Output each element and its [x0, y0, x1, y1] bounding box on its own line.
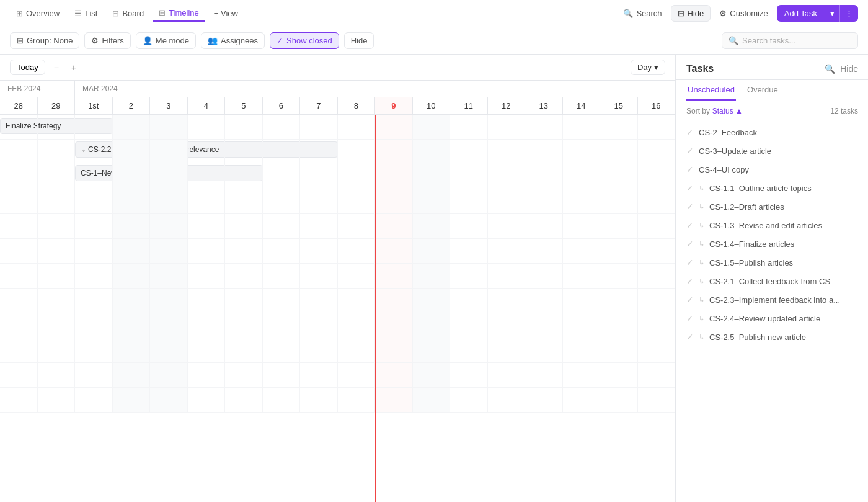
grid-cell: [600, 264, 638, 288]
grid-cell: [413, 338, 451, 362]
hide-toolbar-button[interactable]: Hide: [344, 32, 374, 49]
grid-cell: [113, 115, 151, 139]
nav-board[interactable]: ⊟ Board: [106, 6, 150, 21]
nav-timeline[interactable]: ⊞ Timeline: [153, 5, 205, 22]
task-list-item[interactable]: ✓↳CS-1.3–Revise and edit articles: [676, 216, 868, 235]
grid-cell: [375, 140, 413, 164]
panel-search-icon[interactable]: 🔍: [825, 64, 835, 74]
grid-cell: [263, 313, 301, 338]
panel-tab-unscheduled[interactable]: Unscheduled: [686, 80, 736, 101]
subtask-icon: ↳: [699, 259, 704, 267]
me-mode-button[interactable]: 👤 Me mode: [136, 32, 196, 49]
grid-cell: [488, 164, 526, 189]
grid-cell: [150, 313, 188, 338]
panel-header: Tasks 🔍 Hide: [676, 55, 868, 80]
task-name: CS-2.1–Collect feedback from CS: [709, 277, 858, 286]
hide-button[interactable]: ⊟ Hide: [671, 5, 711, 22]
task-list-item[interactable]: ✓CS-3–Update article: [676, 141, 868, 160]
grid-cell: [375, 363, 413, 387]
search-button[interactable]: 🔍 Search: [617, 6, 668, 21]
task-list-item[interactable]: ✓↳CS-2.5–Publish new article: [676, 328, 868, 346]
grid-cell: [563, 363, 601, 387]
customize-button[interactable]: ⚙ Customize: [713, 6, 774, 21]
day-header-12: 12: [488, 97, 526, 114]
grid-cell: [338, 164, 376, 189]
grid-cell: [338, 239, 376, 263]
grid-cell: [113, 140, 151, 164]
grid-cell: [225, 388, 263, 412]
task-list-item[interactable]: ✓CS-4–UI copy: [676, 160, 868, 179]
grid-cell: [338, 289, 376, 313]
next-icon[interactable]: +: [68, 60, 80, 75]
nav-add-view[interactable]: + View: [208, 6, 244, 21]
grid-cell: [450, 214, 488, 238]
grid-cell: [638, 289, 676, 313]
grid-cell: [225, 264, 263, 288]
task-list-item[interactable]: ✓↳CS-2.1–Collect feedback from CS: [676, 272, 868, 290]
task-list-item[interactable]: ✓↳CS-1.4–Finalize articles: [676, 235, 868, 253]
task-check-icon: ✓: [686, 164, 694, 174]
search-tasks-input[interactable]: 🔍 Search tasks...: [722, 32, 858, 49]
task-check-icon: ✓: [686, 146, 694, 156]
add-task-more-icon[interactable]: ⋮: [839, 5, 858, 22]
grid-cell: [600, 338, 638, 362]
grid-cell: [150, 214, 188, 238]
grid-cell: [75, 115, 113, 139]
add-task-dropdown-icon[interactable]: ▾: [825, 5, 839, 22]
task-name: CS-3–Update article: [699, 146, 858, 156]
grid-cell: [188, 239, 226, 263]
grid-cell: [225, 189, 263, 213]
grid-cell: [450, 140, 488, 164]
day-header-14: 14: [563, 97, 601, 114]
grid-cell: [300, 189, 338, 213]
grid-cell: [263, 239, 301, 263]
grid-cell: [563, 140, 601, 164]
nav-list[interactable]: ☰ List: [68, 6, 104, 21]
show-closed-label: Show closed: [286, 36, 332, 45]
add-task-button[interactable]: Add Task ▾ ⋮: [777, 5, 858, 22]
grid-cell: [488, 289, 526, 313]
task-list-item[interactable]: ✓↳CS-1.2–Draft articles: [676, 197, 868, 216]
panel-hide-icon[interactable]: Hide: [840, 64, 858, 74]
task-list-item[interactable]: ✓CS-2–Feedback: [676, 123, 868, 141]
task-list-item[interactable]: ✓↳CS-2.3–Implement feedback into a...: [676, 290, 868, 309]
grid-cell: [338, 140, 376, 164]
task-name: CS-2.3–Implement feedback into a...: [709, 295, 858, 305]
panel-tab-overdue[interactable]: Overdue: [746, 80, 779, 101]
nav-overview[interactable]: ⊞ Overview: [10, 6, 66, 21]
grid-cell: [450, 338, 488, 362]
grid-cell: [525, 264, 563, 288]
prev-icon[interactable]: −: [50, 60, 63, 75]
grid-cell: [188, 214, 226, 238]
group-button[interactable]: ⊞ Group: None: [10, 32, 79, 49]
grid-cell: [225, 115, 263, 139]
assignees-label: Assignees: [221, 36, 258, 45]
filters-label: Filters: [102, 36, 123, 45]
task-list-item[interactable]: ✓↳CS-2.4–Review updated article: [676, 309, 868, 328]
grid-cell: [413, 115, 451, 139]
task-list-item[interactable]: ✓↳CS-1.5–Publish articles: [676, 253, 868, 272]
grid-cell: [150, 115, 188, 139]
me-mode-icon: 👤: [143, 36, 153, 45]
grid-cell: [188, 289, 226, 313]
task-name: CS-1.2–Draft articles: [709, 202, 858, 212]
today-button[interactable]: Today: [10, 60, 45, 75]
task-check-icon: ✓: [686, 183, 694, 193]
task-list-item[interactable]: ✓↳CS-1.1–Outline article topics: [676, 179, 868, 197]
grid-cell: [525, 388, 563, 412]
grid-cell: [188, 388, 226, 412]
panel-tabs: UnscheduledOverdue: [676, 80, 868, 101]
day-select[interactable]: Day ▾: [631, 60, 665, 75]
grid-cell: [38, 338, 76, 362]
day-header-3: 3: [150, 97, 188, 114]
grid-cell: [338, 313, 376, 338]
assignees-button[interactable]: 👥 Assignees: [201, 32, 265, 49]
sort-value[interactable]: Status ▲: [712, 107, 743, 115]
filters-button[interactable]: ⚙ Filters: [84, 32, 130, 49]
show-closed-button[interactable]: ✓ Show closed: [270, 32, 339, 49]
day-header-28: 28: [0, 97, 38, 114]
task-check-icon: ✓: [686, 295, 694, 305]
grid-cell: [75, 214, 113, 238]
group-icon: ⊞: [17, 36, 24, 45]
grid-cell: [488, 264, 526, 288]
